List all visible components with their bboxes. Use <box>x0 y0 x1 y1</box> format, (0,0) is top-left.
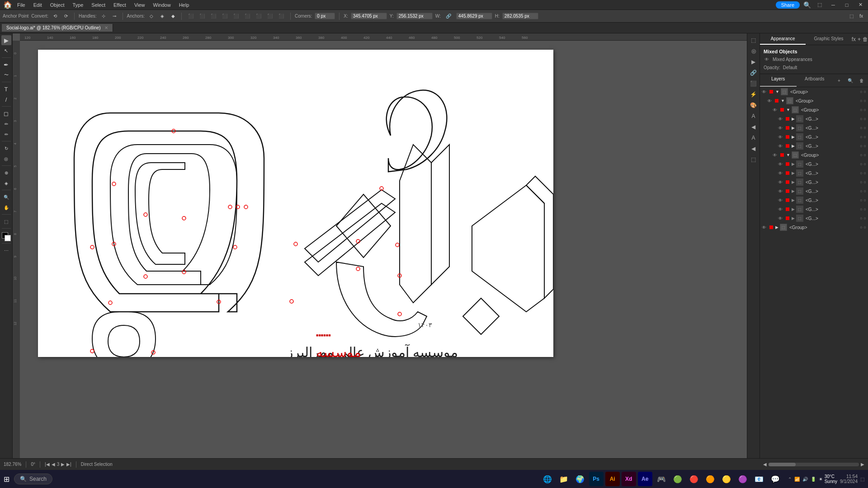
strip-btn-10[interactable]: A <box>749 133 759 143</box>
layers-search-icon[interactable]: 🔍 <box>845 75 855 85</box>
layer-arrow-1[interactable]: ▼ <box>781 99 785 103</box>
layer-row-14[interactable]: 👁 ▶ ⬚ <G...> ○ ○ <box>760 214 868 223</box>
layer-lock-5[interactable]: ○ <box>860 135 862 139</box>
start-button[interactable]: ⊞ <box>4 475 9 483</box>
next-artboard[interactable]: ▶| <box>66 462 71 467</box>
tool-curvature[interactable]: 〜 <box>1 70 11 80</box>
strip-btn-6[interactable]: ⚡ <box>749 89 759 99</box>
layer-lock-3[interactable]: ○ <box>860 117 862 121</box>
show-desktop[interactable]: ⬚ <box>860 477 864 482</box>
tool-line[interactable]: / <box>1 94 11 104</box>
layer-lock-14[interactable]: ○ <box>860 216 862 221</box>
prev-artboard[interactable]: |◀ <box>45 462 50 467</box>
taskbar-app-illustrator[interactable]: Ai <box>605 472 620 486</box>
anchors-btn-2[interactable]: ◈ <box>158 13 166 19</box>
anchors-btn-3[interactable]: ◆ <box>169 13 177 19</box>
x-input[interactable] <box>351 13 387 19</box>
layers-delete-icon[interactable]: 🗑 <box>857 75 867 85</box>
menu-type[interactable]: Type <box>69 1 87 9</box>
stroke-color-box[interactable] <box>5 235 11 241</box>
tool-direct-select[interactable]: ↖ <box>1 46 11 56</box>
layer-arrow-6[interactable]: ▶ <box>792 144 795 148</box>
clock[interactable]: 11:54 9/1/2024 <box>840 474 858 484</box>
layer-eye-3[interactable]: 👁 <box>778 117 783 122</box>
layer-arrow-12[interactable]: ▶ <box>792 198 795 202</box>
layer-lock-9[interactable]: ○ <box>860 171 862 175</box>
eye-icon[interactable]: 👁 <box>764 56 770 62</box>
layer-vis-3[interactable]: ○ <box>864 117 866 121</box>
menu-edit[interactable]: Edit <box>30 1 46 9</box>
prev-icon[interactable]: ◀ <box>52 462 55 467</box>
layer-lock-7[interactable]: ○ <box>860 153 862 157</box>
tab-social-logo[interactable]: Social-logo.ai* @ 182.76% (RGB/CPU Outli… <box>2 24 113 32</box>
layer-arrow-2[interactable]: ▼ <box>786 108 790 112</box>
taskbar-app-app4[interactable]: 🟠 <box>703 472 717 486</box>
artboards-tab[interactable]: Artboards <box>797 74 833 87</box>
align-btn-7[interactable]: ⬛ <box>254 13 264 19</box>
strip-btn-2[interactable]: ◎ <box>749 46 759 56</box>
layer-row-15[interactable]: 👁 ▶ ⬚ <Group> ○ ○ <box>760 223 868 232</box>
tray-volume[interactable]: 🔊 <box>802 477 808 482</box>
scroll-left[interactable]: ◀ <box>763 462 767 467</box>
menu-file[interactable]: File <box>14 1 29 9</box>
app-home-icon[interactable]: 🏠 <box>3 0 13 10</box>
scroll-right[interactable]: ▶ <box>861 462 864 467</box>
tool-artboard[interactable]: ⬚ <box>1 216 11 226</box>
layer-eye-6[interactable]: 👁 <box>778 144 783 149</box>
layer-vis-14[interactable]: ○ <box>864 216 866 221</box>
layer-vis-5[interactable]: ○ <box>864 135 866 139</box>
close-icon[interactable]: ✕ <box>855 0 865 10</box>
strip-btn-5[interactable]: ⬛ <box>749 79 759 89</box>
toolbar-right-btn-1[interactable]: ⬚ <box>847 13 856 19</box>
tool-select[interactable]: ▶ <box>1 35 11 45</box>
taskbar-app-app7[interactable]: 📧 <box>752 472 766 486</box>
taskbar-app-app8[interactable]: 💬 <box>768 472 783 486</box>
taskbar-app-app2[interactable]: 🟢 <box>670 472 685 486</box>
tray-battery[interactable]: 🔋 <box>811 477 816 482</box>
layer-row-1[interactable]: 👁 ▼ ⬚ <Group> ○ ○ <box>760 96 868 105</box>
tab-graphic-styles[interactable]: Graphic Styles <box>806 33 851 45</box>
layer-row-0[interactable]: 👁 ▼ ⬚ <Group> ○ ○ <box>760 87 868 96</box>
layer-arrow-10[interactable]: ▶ <box>792 180 795 184</box>
tool-measure[interactable]: ◈ <box>1 178 11 188</box>
taskbar-app-chrome[interactable]: 🌍 <box>573 472 587 486</box>
taskbar-app-ae[interactable]: Ae <box>638 472 652 486</box>
layer-lock-6[interactable]: ○ <box>860 144 862 148</box>
layer-vis-6[interactable]: ○ <box>864 144 866 148</box>
strip-btn-1[interactable]: ⬚ <box>749 35 759 45</box>
layer-vis-2[interactable]: ○ <box>864 108 866 112</box>
maximize-icon[interactable]: □ <box>842 0 852 10</box>
layer-eye-8[interactable]: 👁 <box>778 162 783 167</box>
convert-btn-2[interactable]: ⟳ <box>62 13 70 19</box>
workspace-icon[interactable]: ⬚ <box>815 0 825 10</box>
align-btn-3[interactable]: ⬛ <box>208 13 218 19</box>
tool-zoom[interactable]: 🔍 <box>1 192 11 202</box>
layer-row-5[interactable]: 👁 ▶ ⬚ <G...> ○ ○ <box>760 132 868 141</box>
add-icon[interactable]: + <box>858 36 861 42</box>
layer-vis-11[interactable]: ○ <box>864 189 866 193</box>
tool-type[interactable]: T <box>1 84 11 94</box>
layer-lock-0[interactable]: ○ <box>860 89 862 94</box>
layer-lock-2[interactable]: ○ <box>860 108 862 112</box>
layer-arrow-14[interactable]: ▶ <box>792 216 795 221</box>
align-btn-6[interactable]: ⬛ <box>242 13 252 19</box>
taskbar-app-game[interactable]: 🎮 <box>654 472 669 486</box>
layer-row-4[interactable]: 👁 ▶ ⬚ <G...> ○ ○ <box>760 123 868 132</box>
strip-btn-12[interactable]: ⬚ <box>749 155 759 164</box>
fx-icon[interactable]: fx <box>852 36 856 42</box>
taskbar-app-app5[interactable]: 🟡 <box>719 472 734 486</box>
layer-lock-15[interactable]: ○ <box>860 225 862 230</box>
layer-vis-4[interactable]: ○ <box>864 126 866 130</box>
layer-eye-2[interactable]: 👁 <box>773 108 778 113</box>
layer-row-3[interactable]: 👁 ▶ ⬚ <G...> ○ ○ <box>760 114 868 123</box>
tool-paintbrush[interactable]: ✏ <box>1 119 11 129</box>
layer-eye-0[interactable]: 👁 <box>762 89 767 94</box>
tray-network[interactable]: 📶 <box>794 477 800 482</box>
taskbar-app-app6[interactable]: 🟣 <box>736 472 750 486</box>
layer-arrow-15[interactable]: ▶ <box>775 225 778 230</box>
tool-pen[interactable]: ✒ <box>1 60 11 70</box>
layer-row-10[interactable]: 👁 ▶ ⬚ <G...> ○ ○ <box>760 178 868 187</box>
layer-eye-15[interactable]: 👁 <box>762 225 767 230</box>
menu-object[interactable]: Object <box>47 1 68 9</box>
tool-blend[interactable]: ◎ <box>1 154 11 164</box>
